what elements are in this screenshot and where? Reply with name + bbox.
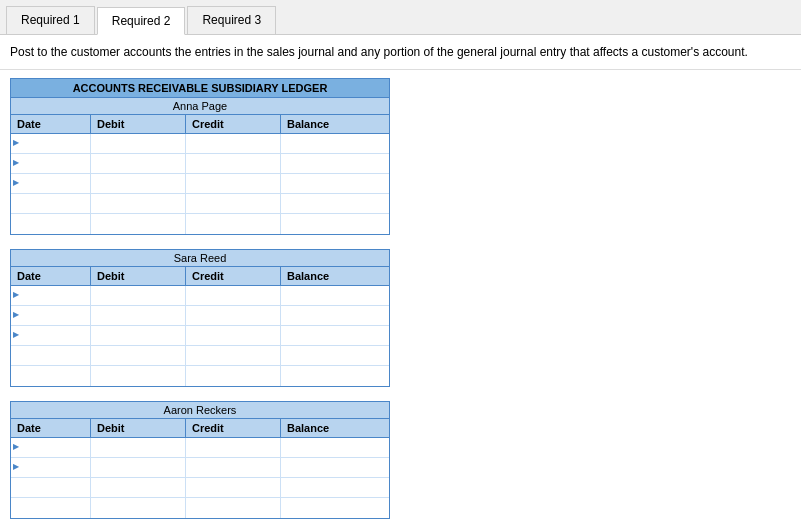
table-row xyxy=(11,438,389,458)
col-debit: Debit xyxy=(91,267,186,285)
debit-cell[interactable] xyxy=(91,498,186,518)
date-cell[interactable] xyxy=(11,194,91,213)
ledger-rows-anna xyxy=(11,134,389,234)
col-debit: Debit xyxy=(91,115,186,133)
ledger-outer-aaron: Aaron Reckers Date Debit Credit Balance xyxy=(10,401,390,519)
balance-cell[interactable] xyxy=(281,306,376,325)
date-cell[interactable] xyxy=(11,154,91,173)
date-cell[interactable] xyxy=(11,458,91,477)
credit-cell[interactable] xyxy=(186,438,281,457)
col-balance: Balance xyxy=(281,115,376,133)
balance-cell[interactable] xyxy=(281,498,376,518)
col-balance: Balance xyxy=(281,419,376,437)
ledger-customer-anna: Anna Page xyxy=(11,98,389,115)
col-credit: Credit xyxy=(186,267,281,285)
debit-cell[interactable] xyxy=(91,346,186,365)
ledger-customer-sara: Sara Reed xyxy=(11,250,389,267)
debit-cell[interactable] xyxy=(91,438,186,457)
ledger-title: ACCOUNTS RECEIVABLE SUBSIDIARY LEDGER xyxy=(11,79,389,98)
table-row xyxy=(11,134,389,154)
table-row xyxy=(11,154,389,174)
date-cell[interactable] xyxy=(11,214,91,234)
credit-cell[interactable] xyxy=(186,478,281,497)
balance-cell[interactable] xyxy=(281,286,376,305)
table-row xyxy=(11,326,389,346)
table-row xyxy=(11,306,389,326)
date-cell[interactable] xyxy=(11,478,91,497)
tabs-bar: Required 1 Required 2 Required 3 xyxy=(0,0,801,35)
credit-cell[interactable] xyxy=(186,326,281,345)
table-row xyxy=(11,498,389,518)
balance-cell[interactable] xyxy=(281,346,376,365)
date-cell[interactable] xyxy=(11,366,91,386)
tab-required-3[interactable]: Required 3 xyxy=(187,6,276,34)
col-date: Date xyxy=(11,419,91,437)
debit-cell[interactable] xyxy=(91,286,186,305)
credit-cell[interactable] xyxy=(186,366,281,386)
date-cell[interactable] xyxy=(11,286,91,305)
debit-cell[interactable] xyxy=(91,366,186,386)
balance-cell[interactable] xyxy=(281,438,376,457)
date-cell[interactable] xyxy=(11,134,91,153)
table-row xyxy=(11,214,389,234)
date-cell[interactable] xyxy=(11,306,91,325)
col-credit: Credit xyxy=(186,419,281,437)
debit-cell[interactable] xyxy=(91,306,186,325)
table-row xyxy=(11,194,389,214)
balance-cell[interactable] xyxy=(281,154,376,173)
col-credit: Credit xyxy=(186,115,281,133)
credit-cell[interactable] xyxy=(186,346,281,365)
instruction-text: Post to the customer accounts the entrie… xyxy=(0,35,801,70)
balance-cell[interactable] xyxy=(281,458,376,477)
credit-cell[interactable] xyxy=(186,286,281,305)
debit-cell[interactable] xyxy=(91,214,186,234)
debit-cell[interactable] xyxy=(91,154,186,173)
tab-required-2[interactable]: Required 2 xyxy=(97,7,186,35)
ledger-outer-anna: ACCOUNTS RECEIVABLE SUBSIDIARY LEDGER An… xyxy=(10,78,390,235)
credit-cell[interactable] xyxy=(186,458,281,477)
ledger-section-sara: Sara Reed Date Debit Credit Balance xyxy=(10,249,390,387)
table-row xyxy=(11,346,389,366)
date-cell[interactable] xyxy=(11,498,91,518)
balance-cell[interactable] xyxy=(281,326,376,345)
balance-cell[interactable] xyxy=(281,194,376,213)
balance-cell[interactable] xyxy=(281,214,376,234)
credit-cell[interactable] xyxy=(186,174,281,193)
date-cell[interactable] xyxy=(11,438,91,457)
credit-cell[interactable] xyxy=(186,194,281,213)
table-row xyxy=(11,366,389,386)
col-date: Date xyxy=(11,267,91,285)
tab-required-1[interactable]: Required 1 xyxy=(6,6,95,34)
balance-cell[interactable] xyxy=(281,134,376,153)
ledger-header-aaron: Date Debit Credit Balance xyxy=(11,419,389,438)
ledger-header-anna: Date Debit Credit Balance xyxy=(11,115,389,134)
table-row xyxy=(11,286,389,306)
balance-cell[interactable] xyxy=(281,478,376,497)
debit-cell[interactable] xyxy=(91,478,186,497)
debit-cell[interactable] xyxy=(91,134,186,153)
debit-cell[interactable] xyxy=(91,326,186,345)
credit-cell[interactable] xyxy=(186,498,281,518)
debit-cell[interactable] xyxy=(91,458,186,477)
credit-cell[interactable] xyxy=(186,134,281,153)
credit-cell[interactable] xyxy=(186,154,281,173)
col-date: Date xyxy=(11,115,91,133)
table-row xyxy=(11,478,389,498)
date-cell[interactable] xyxy=(11,174,91,193)
date-cell[interactable] xyxy=(11,346,91,365)
ledger-section-anna: ACCOUNTS RECEIVABLE SUBSIDIARY LEDGER An… xyxy=(10,78,390,235)
date-cell[interactable] xyxy=(11,326,91,345)
credit-cell[interactable] xyxy=(186,214,281,234)
balance-cell[interactable] xyxy=(281,174,376,193)
debit-cell[interactable] xyxy=(91,174,186,193)
table-row xyxy=(11,174,389,194)
ledger-header-sara: Date Debit Credit Balance xyxy=(11,267,389,286)
debit-cell[interactable] xyxy=(91,194,186,213)
col-debit: Debit xyxy=(91,419,186,437)
ledger-customer-aaron: Aaron Reckers xyxy=(11,402,389,419)
ledger-section-aaron: Aaron Reckers Date Debit Credit Balance xyxy=(10,401,390,519)
balance-cell[interactable] xyxy=(281,366,376,386)
ledger-outer-sara: Sara Reed Date Debit Credit Balance xyxy=(10,249,390,387)
credit-cell[interactable] xyxy=(186,306,281,325)
ledger-rows-sara xyxy=(11,286,389,386)
